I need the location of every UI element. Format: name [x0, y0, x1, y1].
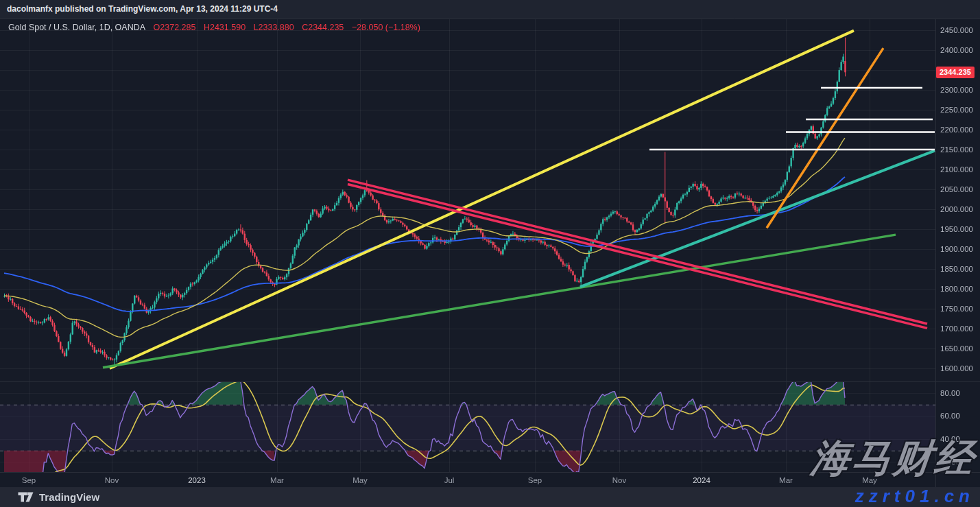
price-tick-label: 1750.000 [940, 305, 973, 313]
time-tick-label: 2024 [693, 476, 710, 484]
symbol-title[interactable]: Gold Spot / U.S. Dollar, 1D, OANDA [8, 23, 145, 32]
watermark-url: zzrt01.cn [855, 486, 975, 507]
chart-legend[interactable]: Gold Spot / U.S. Dollar, 1D, OANDA O2372… [8, 23, 426, 32]
change-value: −28.050 (−1.18%) [352, 23, 420, 32]
time-tick-label: Jul [444, 476, 455, 484]
ohlc-open: O2372.285 [154, 23, 196, 32]
time-tick-label: May [352, 476, 368, 484]
price-tick-label: 1800.000 [940, 285, 973, 293]
time-tick-label: Nov [105, 476, 119, 484]
price-chart-canvas[interactable] [0, 0, 980, 507]
price-tick-label: 2250.000 [940, 106, 973, 114]
price-tick-label: 2150.000 [940, 145, 973, 154]
watermark-cn: 海马财经 [809, 436, 979, 480]
price-tick-label: 1900.000 [940, 245, 973, 253]
price-tick-label: 2200.000 [940, 126, 973, 134]
tradingview-brand-text[interactable]: TradingView [39, 491, 99, 503]
tradingview-logo-icon[interactable] [18, 492, 34, 502]
publish-text: dacolmanfx published on TradingView.com,… [7, 4, 278, 14]
footer-bar: TradingView [0, 487, 980, 507]
price-tick-label: 1850.000 [940, 265, 973, 273]
ohlc-close: C2344.235 [302, 23, 344, 32]
time-tick-label: 2023 [188, 476, 206, 484]
rsi-tick-label: 80.00 [940, 389, 960, 397]
time-tick-label: Mar [270, 476, 284, 484]
price-tick-label: 2400.000 [940, 46, 973, 54]
price-tick-label: 1650.000 [940, 344, 973, 353]
price-tick-label: 2450.000 [940, 26, 973, 34]
time-tick-label: Nov [612, 476, 626, 484]
price-tick-label: 2300.000 [940, 86, 973, 94]
price-tick-label: 2100.000 [940, 165, 973, 174]
price-tick-label: 1950.000 [940, 225, 973, 233]
price-tick-label: 2000.000 [940, 205, 973, 213]
last-price-badge: 2344.235 [936, 67, 975, 78]
time-tick-label: Mar [779, 476, 793, 484]
time-tick-label: Sep [22, 476, 36, 484]
price-tick-label: 2050.000 [940, 185, 973, 193]
publish-bar: dacolmanfx published on TradingView.com,… [0, 0, 980, 19]
time-tick-label: Sep [528, 476, 542, 484]
price-tick-label: 1700.000 [940, 325, 973, 333]
price-tick-label: 1600.000 [940, 364, 973, 373]
ohlc-low: L2333.880 [254, 23, 294, 32]
ohlc-high: H2431.590 [204, 23, 246, 32]
rsi-tick-label: 60.00 [940, 412, 960, 420]
